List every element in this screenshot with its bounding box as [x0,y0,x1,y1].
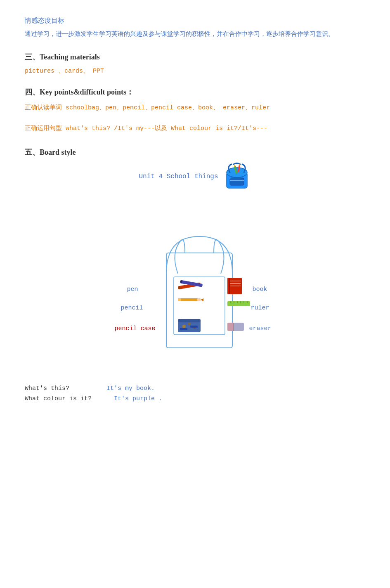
word-pencil: pencil [121,305,143,312]
sentence2: What colour is it? It's purple . [25,395,365,402]
word-pencil-case: pencil case [115,325,156,332]
svg-rect-36 [190,326,198,328]
section5-heading: 五、Board style [25,147,365,157]
section-keypoints: 四、Key points&difficult points： 正确认读单词 sc… [25,87,365,135]
svg-rect-14 [178,298,201,301]
svg-point-32 [182,325,186,328]
materials-text: pictures 、cards、 PPT [25,67,365,75]
section4-heading: 四、Key points&difficult points： [25,87,365,97]
key-points-line2: 正确运用句型 what's this? /It's my---以及 What c… [25,123,365,135]
sentence1-question: What's this? [25,385,69,392]
board-diagram: pen pencil pencil case book ruler eraser [117,199,274,373]
sentence2-answer: It's purple . [114,395,162,402]
schoolbag-icon [222,162,251,191]
board-title-text: Unit 4 School things [139,173,218,180]
svg-rect-2 [230,178,244,185]
section3-heading: 三、Teaching materials [25,52,365,62]
svg-rect-31 [178,319,201,322]
svg-rect-19 [229,278,230,294]
svg-marker-17 [201,298,203,301]
sentence1: What's this? It's my book. [25,385,365,392]
sentence2-question: What colour is it? [25,395,92,402]
key-points-line1: 正确认读单词 schoolbag、pen、pencil、pencil case、… [25,102,365,114]
section-materials: 三、Teaching materials pictures 、cards、 PP… [25,52,365,75]
word-pen: pen [127,286,138,293]
word-book: book [252,286,267,293]
svg-point-33 [188,323,191,325]
board-title-area: Unit 4 School things [25,162,365,191]
emotion-section: 情感态度目标 通过学习，进一步激发学生学习英语的兴趣及参与课堂学习的积极性，并在… [25,17,365,40]
board-outline-svg [117,199,274,373]
sentence1-answer: It's my book. [106,385,155,392]
svg-rect-16 [197,298,201,301]
word-ruler: ruler [251,305,269,312]
emotion-text: 通过学习，进一步激发学生学习英语的兴趣及参与课堂学习的积极性，并在合作中学习，逐… [25,28,365,40]
svg-rect-15 [178,298,181,301]
board-section: 五、Board style Unit 4 School things [25,147,365,402]
emotion-title: 情感态度目标 [25,17,365,25]
word-eraser: eraser [249,325,271,332]
bottom-sentences: What's this? It's my book. What colour i… [25,385,365,402]
svg-rect-35 [180,328,187,330]
svg-rect-38 [227,323,234,331]
